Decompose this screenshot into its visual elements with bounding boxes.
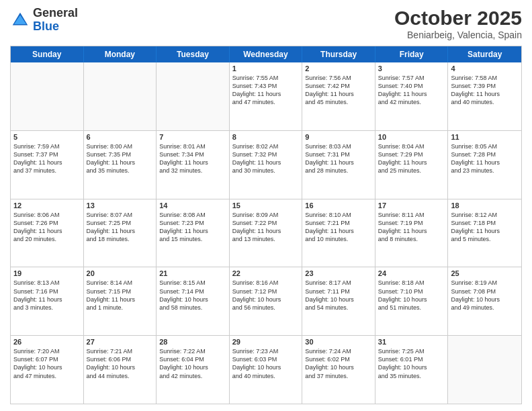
day-cell-23: 23Sunrise: 8:17 AM Sunset: 7:11 PM Dayli… [302,267,375,335]
day-number: 10 [378,133,445,141]
day-number: 7 [159,133,226,141]
day-info: Sunrise: 8:03 AM Sunset: 7:31 PM Dayligh… [305,142,372,175]
header-day-sunday: Sunday [11,46,84,62]
day-number: 2 [305,64,372,73]
day-info: Sunrise: 7:58 AM Sunset: 7:39 PM Dayligh… [451,74,519,107]
day-cell-18: 18Sunrise: 8:12 AM Sunset: 7:18 PM Dayli… [448,199,521,267]
day-cell-4: 4Sunrise: 7:58 AM Sunset: 7:39 PM Daylig… [448,62,521,130]
day-info: Sunrise: 7:21 AM Sunset: 6:06 PM Dayligh… [87,347,154,380]
day-cell-2: 2Sunrise: 7:56 AM Sunset: 7:42 PM Daylig… [302,62,375,130]
day-number: 22 [232,269,300,277]
day-info: Sunrise: 8:12 AM Sunset: 7:18 PM Dayligh… [451,211,519,244]
day-cell-30: 30Sunrise: 7:24 AM Sunset: 6:02 PM Dayli… [302,336,375,404]
location-subtitle: Beniarbeig, Valencia, Spain [394,30,522,40]
day-cell-13: 13Sunrise: 8:07 AM Sunset: 7:25 PM Dayli… [84,199,157,267]
day-number: 18 [451,201,519,210]
day-number: 8 [232,133,300,141]
day-cell-20: 20Sunrise: 8:14 AM Sunset: 7:15 PM Dayli… [84,267,157,335]
day-cell-19: 19Sunrise: 8:13 AM Sunset: 7:16 PM Dayli… [11,267,84,335]
month-title: October 2025 [394,7,522,30]
calendar-row-5: 26Sunrise: 7:20 AM Sunset: 6:07 PM Dayli… [11,336,521,404]
header-day-friday: Friday [375,46,449,62]
day-info: Sunrise: 8:05 AM Sunset: 7:28 PM Dayligh… [451,142,519,175]
day-info: Sunrise: 7:20 AM Sunset: 6:07 PM Dayligh… [13,347,81,380]
day-cell-21: 21Sunrise: 8:15 AM Sunset: 7:14 PM Dayli… [157,267,230,335]
calendar-header: SundayMondayTuesdayWednesdayThursdayFrid… [11,46,521,62]
empty-cell [157,62,230,130]
day-cell-1: 1Sunrise: 7:55 AM Sunset: 7:43 PM Daylig… [230,62,303,130]
day-number: 13 [87,201,154,210]
day-cell-17: 17Sunrise: 8:11 AM Sunset: 7:19 PM Dayli… [375,199,449,267]
day-cell-28: 28Sunrise: 7:22 AM Sunset: 6:04 PM Dayli… [157,336,230,404]
day-cell-29: 29Sunrise: 7:23 AM Sunset: 6:03 PM Dayli… [230,336,303,404]
page-header: General Blue October 2025 Beniarbeig, Va… [10,7,522,40]
day-cell-16: 16Sunrise: 8:10 AM Sunset: 7:21 PM Dayli… [302,199,375,267]
day-info: Sunrise: 8:18 AM Sunset: 7:10 PM Dayligh… [378,279,445,312]
day-cell-6: 6Sunrise: 8:00 AM Sunset: 7:35 PM Daylig… [84,131,157,199]
day-info: Sunrise: 8:07 AM Sunset: 7:25 PM Dayligh… [87,211,154,244]
logo: General Blue [10,7,78,34]
day-info: Sunrise: 7:25 AM Sunset: 6:01 PM Dayligh… [378,347,445,380]
day-number: 28 [159,338,226,346]
day-cell-24: 24Sunrise: 8:18 AM Sunset: 7:10 PM Dayli… [375,267,449,335]
day-number: 25 [451,269,519,277]
day-info: Sunrise: 8:08 AM Sunset: 7:23 PM Dayligh… [159,211,226,244]
day-number: 26 [13,338,81,346]
day-number: 19 [13,269,81,277]
day-number: 6 [87,133,154,141]
day-info: Sunrise: 8:01 AM Sunset: 7:34 PM Dayligh… [159,142,226,175]
day-info: Sunrise: 8:02 AM Sunset: 7:32 PM Dayligh… [232,142,300,175]
day-number: 9 [305,133,372,141]
header-day-monday: Monday [84,46,157,62]
day-cell-8: 8Sunrise: 8:02 AM Sunset: 7:32 PM Daylig… [230,131,303,199]
day-info: Sunrise: 7:59 AM Sunset: 7:37 PM Dayligh… [13,142,81,175]
empty-cell [84,62,157,130]
day-info: Sunrise: 8:04 AM Sunset: 7:29 PM Dayligh… [378,142,445,175]
day-number: 31 [378,338,445,346]
day-info: Sunrise: 7:24 AM Sunset: 6:02 PM Dayligh… [305,347,372,380]
day-cell-15: 15Sunrise: 8:09 AM Sunset: 7:22 PM Dayli… [230,199,303,267]
day-info: Sunrise: 8:19 AM Sunset: 7:08 PM Dayligh… [451,279,519,312]
calendar-row-1: 1Sunrise: 7:55 AM Sunset: 7:43 PM Daylig… [11,62,521,131]
day-info: Sunrise: 8:11 AM Sunset: 7:19 PM Dayligh… [378,211,445,244]
day-number: 4 [451,64,519,73]
day-info: Sunrise: 8:16 AM Sunset: 7:12 PM Dayligh… [232,279,300,312]
header-day-tuesday: Tuesday [157,46,230,62]
logo-blue: Blue [33,19,59,33]
day-cell-10: 10Sunrise: 8:04 AM Sunset: 7:29 PM Dayli… [375,131,449,199]
day-info: Sunrise: 8:15 AM Sunset: 7:14 PM Dayligh… [159,279,226,312]
logo-general: General [33,6,78,19]
day-number: 11 [451,133,519,141]
day-number: 12 [13,201,81,210]
day-info: Sunrise: 8:06 AM Sunset: 7:26 PM Dayligh… [13,211,81,244]
empty-cell [11,62,84,130]
day-info: Sunrise: 8:10 AM Sunset: 7:21 PM Dayligh… [305,211,372,244]
day-info: Sunrise: 8:14 AM Sunset: 7:15 PM Dayligh… [87,279,154,312]
empty-cell [448,336,521,404]
day-number: 1 [232,64,300,73]
calendar-row-4: 19Sunrise: 8:13 AM Sunset: 7:16 PM Dayli… [11,267,521,336]
day-number: 14 [159,201,226,210]
logo-icon [10,10,30,30]
day-info: Sunrise: 7:23 AM Sunset: 6:03 PM Dayligh… [232,347,300,380]
calendar: SundayMondayTuesdayWednesdayThursdayFrid… [10,46,522,404]
header-day-wednesday: Wednesday [230,46,303,62]
header-day-saturday: Saturday [448,46,521,62]
day-info: Sunrise: 8:09 AM Sunset: 7:22 PM Dayligh… [232,211,300,244]
calendar-body: 1Sunrise: 7:55 AM Sunset: 7:43 PM Daylig… [11,62,521,404]
day-cell-12: 12Sunrise: 8:06 AM Sunset: 7:26 PM Dayli… [11,199,84,267]
day-info: Sunrise: 8:13 AM Sunset: 7:16 PM Dayligh… [13,279,81,312]
day-number: 23 [305,269,372,277]
calendar-row-2: 5Sunrise: 7:59 AM Sunset: 7:37 PM Daylig… [11,131,521,199]
day-number: 20 [87,269,154,277]
day-info: Sunrise: 7:56 AM Sunset: 7:42 PM Dayligh… [305,74,372,107]
day-number: 15 [232,201,300,210]
day-cell-22: 22Sunrise: 8:16 AM Sunset: 7:12 PM Dayli… [230,267,303,335]
day-cell-3: 3Sunrise: 7:57 AM Sunset: 7:40 PM Daylig… [375,62,449,130]
day-info: Sunrise: 8:00 AM Sunset: 7:35 PM Dayligh… [87,142,154,175]
day-number: 30 [305,338,372,346]
header-day-thursday: Thursday [302,46,375,62]
day-cell-27: 27Sunrise: 7:21 AM Sunset: 6:06 PM Dayli… [84,336,157,404]
day-info: Sunrise: 7:22 AM Sunset: 6:04 PM Dayligh… [159,347,226,380]
day-info: Sunrise: 8:17 AM Sunset: 7:11 PM Dayligh… [305,279,372,312]
